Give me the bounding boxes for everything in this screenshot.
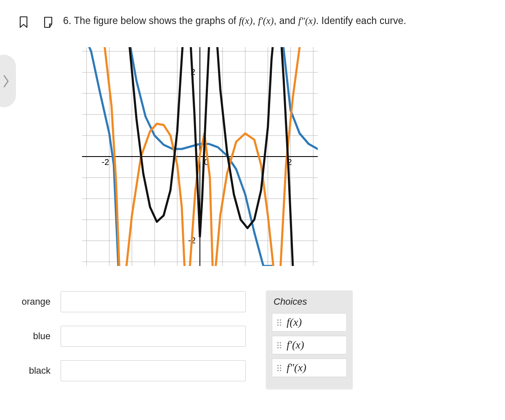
sidebar-toggle[interactable] <box>0 55 16 107</box>
svg-text:-2: -2 <box>102 157 109 167</box>
choice-label: f″(x) <box>287 362 306 374</box>
question-text: 6. The figure below shows the graphs of … <box>63 14 406 27</box>
drag-handle-icon <box>276 319 282 326</box>
note-icon <box>43 16 54 29</box>
answer-label: blue <box>13 331 50 342</box>
drop-slot-black[interactable] <box>61 360 246 381</box>
answer-label: orange <box>13 296 50 307</box>
answer-row-orange: orange <box>13 291 252 312</box>
bookmark-button[interactable] <box>17 14 30 30</box>
choice-label: f(x) <box>287 316 302 329</box>
choice-fprime[interactable]: f′(x) <box>272 336 347 354</box>
choice-fx[interactable]: f(x) <box>272 313 347 332</box>
bookmark-icon <box>19 16 28 29</box>
drop-slot-orange[interactable] <box>61 291 246 312</box>
answer-label: black <box>13 365 50 376</box>
chevron-right-icon <box>3 74 10 88</box>
choices-panel: Choices f(x) f′(x) f″(x) <box>266 290 353 389</box>
function-graph: -2022-2 <box>82 47 318 266</box>
choices-title: Choices <box>272 296 347 307</box>
drag-handle-icon <box>276 365 282 371</box>
answer-row-black: black <box>13 360 252 381</box>
choice-fdoubleprime[interactable]: f″(x) <box>272 359 347 377</box>
drop-slot-blue[interactable] <box>61 326 246 347</box>
answer-row-blue: blue <box>13 326 252 347</box>
answer-area: orange blue black <box>13 291 252 395</box>
question-number: 6. <box>63 15 71 26</box>
choice-label: f′(x) <box>287 339 304 351</box>
note-button[interactable] <box>42 14 56 30</box>
drag-handle-icon <box>276 342 282 348</box>
